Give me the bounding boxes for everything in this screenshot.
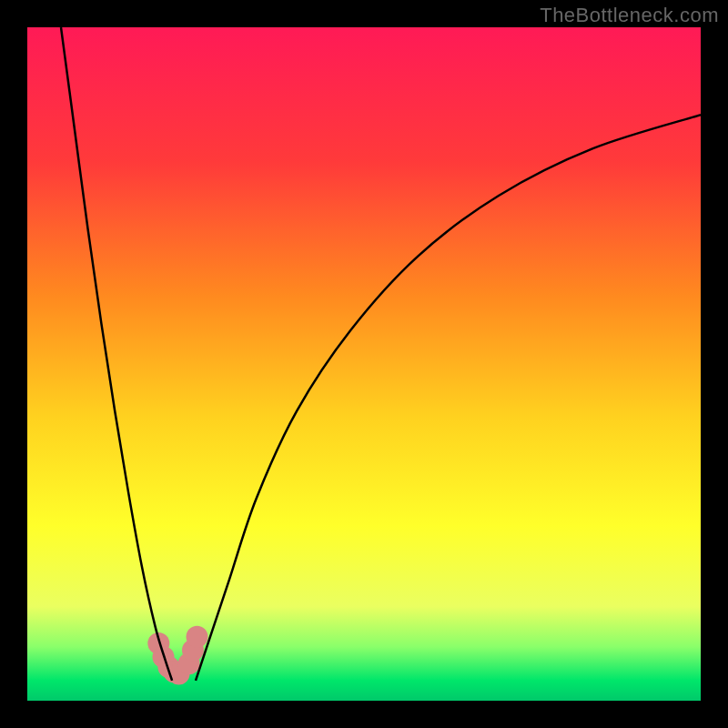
curves-layer — [27, 27, 701, 701]
plot-area — [27, 27, 701, 701]
watermark-text: TheBottleneck.com — [540, 4, 719, 27]
right-curve — [196, 115, 701, 681]
chart-frame: TheBottleneck.com — [0, 0, 728, 728]
marker-dot — [187, 626, 208, 648]
left-curve — [61, 27, 172, 681]
